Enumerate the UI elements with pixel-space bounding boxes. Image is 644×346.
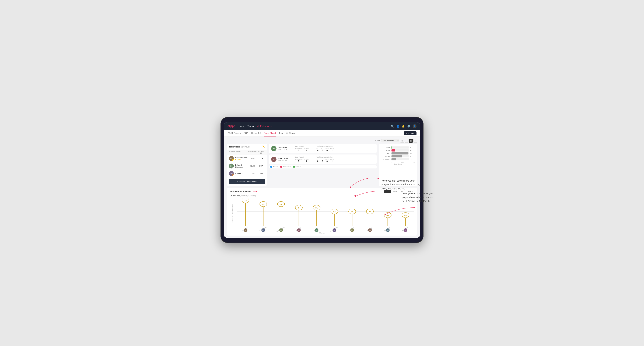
panel-title: Team Clippd (229, 146, 240, 148)
profile-avatar[interactable]: 👤 (413, 124, 416, 128)
player-row[interactable]: CM 3 Cameron... 17/20 103 (227, 170, 267, 177)
putt-col: PUTT 1 (330, 158, 334, 163)
bell-icon[interactable]: 🔔 (402, 125, 405, 128)
stat-divider (313, 145, 313, 152)
view-full-leaderboard-button[interactable]: View Full Leaderboard (229, 179, 265, 184)
player-row[interactable]: EC 2 Edward Crossman 18/20 107 (227, 162, 267, 170)
x-axis-label: Players (320, 232, 324, 234)
list-view-toggle[interactable]: ☰ (404, 139, 408, 143)
rank-badge-2: 2 (232, 167, 234, 169)
putt-label: PUTT (330, 148, 334, 149)
sub-nav-pga[interactable]: PGA (244, 130, 248, 137)
player-info: Cameron... (235, 173, 248, 174)
show-select[interactable]: Last 3 months Last 6 months Last 12 mont… (381, 139, 399, 142)
stat-divider (313, 156, 313, 163)
card-view-toggle[interactable]: ▤ (409, 139, 413, 143)
edit-icon[interactable]: ✏️ (262, 145, 265, 148)
search-icon[interactable]: 🔍 (391, 125, 394, 128)
ott-label: OTT (316, 148, 319, 149)
svg-text:4x: 4x (351, 211, 354, 212)
avatar-ford: BF (343, 228, 361, 232)
avatar-row: EE BM DB JC RB (236, 228, 414, 232)
svg-text:5x: 5x (298, 207, 300, 209)
app-value: 0 (321, 160, 324, 163)
nav-icons: 🔍 👤 🔔 ⚙️ 👤 (391, 124, 416, 128)
app-label: APP (321, 148, 324, 149)
bar-fill (392, 152, 408, 155)
card-player-info: JC Josh Coles 26 Aug 2023 (271, 156, 292, 163)
practice-label: Practice (304, 158, 309, 160)
ott-value: 0 (316, 160, 319, 163)
rounds-row: Tournament 7 Practice 6 (295, 148, 309, 152)
bar-fill (392, 149, 395, 152)
streak-svg: 0 2 4 6 7x E. Ebert (236, 198, 414, 232)
user-icon[interactable]: 👤 (396, 125, 399, 128)
svg-text:4x: 4x (333, 211, 336, 212)
card-date: 02 Sep 2023 (278, 149, 287, 151)
settings-icon[interactable]: ⚙️ (407, 125, 410, 128)
axis-400: 400 (413, 161, 415, 163)
sub-nav-all-players[interactable]: All Players (286, 130, 296, 137)
ott-value: 0 (316, 149, 319, 152)
nav-home[interactable]: Home (239, 124, 244, 128)
activities-row: OTT 0 APP 0 ARG (316, 158, 334, 163)
sub-nav-pgat[interactable]: PGAT Players (228, 130, 240, 137)
app-col: APP 0 (321, 148, 324, 152)
bar-fill (392, 155, 402, 158)
chart-axis: 0 200 400 (381, 161, 415, 163)
stats-group: Total Rounds Tournament 7 Practice (295, 145, 334, 152)
avatar-ebert: EE (236, 228, 254, 232)
player-row[interactable]: RB 1 Richard Butler ♥ medal 19/20 110 (227, 155, 267, 162)
putt-value: 1 (330, 160, 334, 163)
tournament-value: 7 (295, 160, 302, 163)
total-rounds-block: Total Rounds Tournament 7 Practice (295, 145, 309, 152)
add-team-button[interactable]: Add Team (404, 131, 416, 135)
sub-nav-hcaps[interactable]: Hcaps 1-5 (251, 130, 261, 137)
app-value: 0 (321, 149, 324, 152)
legend-rounds-label: Rounds (273, 166, 278, 168)
arg-col: ARG 0 (326, 148, 328, 152)
middle-panel: RB Rees Britt 02 Sep 2023 Total Rounds (269, 144, 376, 186)
sub-nav-team-clippd[interactable]: Team Clippd (264, 130, 276, 137)
top-controls: Show Last 3 months Last 6 months Last 12… (227, 139, 417, 144)
player-info: Edward Crossman (235, 164, 248, 168)
annotation-arrow-icon (252, 190, 258, 193)
nav-teams[interactable]: Teams (248, 124, 254, 128)
bar-label: Pars (381, 153, 390, 154)
card-date: 26 Aug 2023 (278, 160, 288, 161)
svg-text:3x: 3x (386, 214, 389, 216)
chart-title: Total Shots (381, 163, 415, 165)
bar-fill (392, 158, 396, 161)
grid-view-toggle[interactable]: ⊞ (400, 139, 404, 143)
arg-col: ARG 0 (326, 158, 328, 163)
svg-text:7x: 7x (244, 199, 247, 201)
app-label: APP (321, 158, 324, 160)
bar-row-eagles: Eagles 3 (381, 147, 415, 149)
avatar-miller: MM (361, 228, 379, 232)
tournament-label: Tournament (295, 148, 302, 149)
avatar-mcherg: BM (254, 228, 272, 232)
putt-col: PUTT 1 (330, 148, 334, 152)
arg-value: 0 (326, 149, 328, 152)
nav-links: Home Teams My Performance (239, 124, 388, 128)
card-avatar: RB (271, 146, 276, 151)
avatar-coles: JC (290, 228, 308, 232)
avatar-crossman: EC (326, 228, 343, 232)
card-avatar: JC (271, 157, 276, 162)
player-name: Edward Crossman (235, 164, 248, 168)
player-name: Cameron... (235, 173, 248, 174)
bar-track (392, 152, 409, 155)
bar-value: 3 (410, 147, 415, 148)
total-rounds-block: Total Rounds Tournament 7 Practice (295, 156, 309, 163)
sub-nav-tour[interactable]: Tour (279, 130, 283, 137)
chart-view-toggle[interactable]: ↓ (413, 139, 417, 143)
nav-my-performance[interactable]: My Performance (257, 124, 272, 128)
panel-header: Team Clippd | 14 Players ✏️ (227, 144, 267, 150)
rounds-row: Tournament 7 Practice 2 (295, 158, 309, 163)
stats-group: Total Rounds Tournament 7 Practice (295, 156, 334, 163)
nav-bar: clippd Home Teams My Performance 🔍 👤 🔔 ⚙… (224, 122, 420, 130)
rounds-legend: Rounds Tournament Practice (269, 165, 376, 169)
bar-value: 311 (410, 156, 415, 157)
y-axis-label: Best Streak, Fairway Accuracy (232, 204, 233, 223)
arg-value: 0 (326, 160, 328, 163)
